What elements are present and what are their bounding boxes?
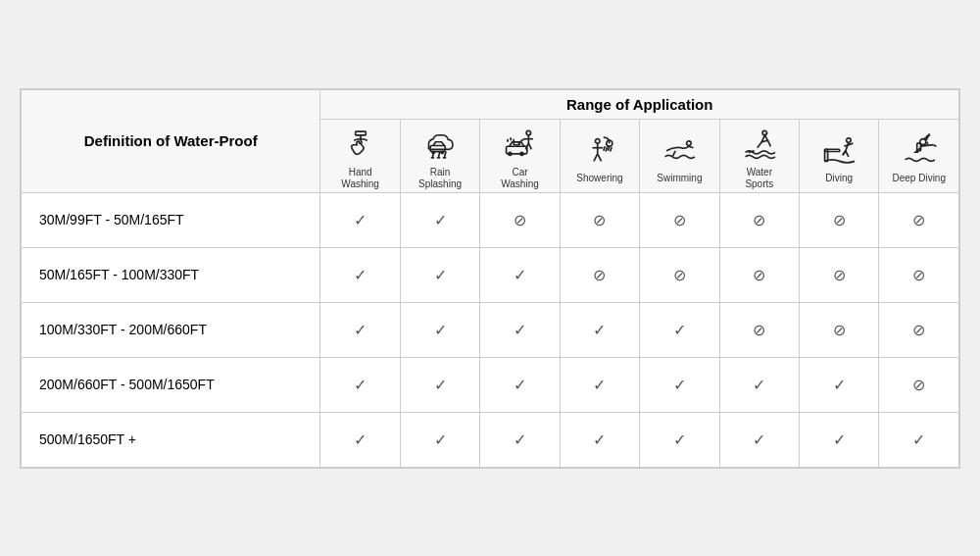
banned-icon: ⊘: [912, 322, 925, 338]
check-icon: ✓: [354, 212, 367, 228]
svg-line-36: [767, 140, 770, 146]
cell-4-5: ✓: [719, 412, 799, 467]
svg-line-35: [758, 141, 762, 147]
check-icon: ✓: [593, 431, 606, 448]
banned-icon: ⊘: [912, 267, 925, 283]
check-icon: ✓: [514, 267, 526, 283]
svg-line-14: [528, 143, 531, 149]
cell-1-0: ✓: [320, 247, 400, 302]
check-icon: ✓: [673, 377, 686, 393]
cell-4-1: ✓: [400, 412, 479, 467]
banned-icon: ⊘: [912, 377, 925, 393]
table-row: 100M/330FT - 200M/660FT✓✓✓✓✓⊘⊘⊘: [22, 302, 959, 357]
svg-line-6: [445, 151, 447, 156]
banned-icon: ⊘: [514, 212, 526, 228]
svg-point-9: [441, 151, 443, 153]
row-label-3: 200M/660FT - 500M/1650FT: [22, 357, 320, 412]
row-label-4: 500M/1650FT +: [22, 412, 320, 467]
waterproof-table-wrapper: Definition of Water-Proof Range of Appli…: [20, 88, 960, 469]
svg-line-27: [611, 146, 612, 151]
cell-3-4: ✓: [640, 357, 719, 412]
banned-icon: ⊘: [673, 267, 686, 283]
table-row: 30M/99FT - 50M/165FT✓✓⊘⊘⊘⊘⊘⊘: [22, 192, 959, 247]
cell-0-6: ⊘: [800, 192, 879, 247]
banned-icon: ⊘: [753, 212, 765, 228]
svg-line-32: [598, 153, 602, 161]
svg-point-18: [508, 152, 511, 155]
check-icon: ✓: [354, 322, 367, 338]
cell-0-5: ⊘: [719, 192, 799, 247]
cell-4-7: ✓: [879, 412, 959, 467]
svg-point-48: [924, 137, 926, 139]
column-header-car_washing: Car Washing: [480, 119, 560, 192]
svg-line-25: [606, 146, 608, 151]
check-icon: ✓: [833, 377, 846, 393]
column-header-hand_washing: Hand Washing: [320, 119, 400, 192]
check-icon: ✓: [434, 267, 447, 283]
cell-1-1: ✓: [400, 247, 479, 302]
column-label-deep_diving: Deep Diving: [883, 173, 955, 184]
banned-icon: ⊘: [593, 267, 606, 283]
cell-2-3: ✓: [560, 302, 639, 357]
cell-2-6: ⊘: [800, 302, 879, 357]
cell-1-7: ⊘: [879, 247, 959, 302]
svg-point-28: [595, 138, 600, 143]
check-icon: ✓: [753, 377, 765, 393]
cell-0-3: ⊘: [560, 192, 639, 247]
check-icon: ✓: [434, 431, 447, 448]
svg-point-19: [520, 152, 523, 155]
svg-point-50: [928, 134, 929, 135]
check-icon: ✓: [593, 322, 606, 338]
cell-2-7: ⊘: [879, 302, 959, 357]
column-header-swimming: Swimming: [640, 119, 719, 192]
column-header-diving: Diving: [800, 119, 879, 192]
cell-2-1: ✓: [400, 302, 479, 357]
cell-4-2: ✓: [480, 412, 560, 467]
cell-0-4: ⊘: [640, 192, 719, 247]
banned-icon: ⊘: [753, 267, 765, 283]
cell-0-1: ✓: [400, 192, 479, 247]
check-icon: ✓: [593, 377, 606, 393]
check-icon: ✓: [514, 377, 526, 393]
column-header-showering: Showering: [560, 119, 639, 192]
check-icon: ✓: [912, 431, 925, 448]
cell-1-5: ⊘: [719, 247, 799, 302]
svg-point-33: [687, 140, 692, 145]
check-icon: ✓: [354, 431, 367, 448]
cell-3-0: ✓: [320, 357, 400, 412]
row-label-0: 30M/99FT - 50M/165FT: [22, 192, 320, 247]
banned-icon: ⊘: [833, 322, 846, 338]
cell-1-3: ⊘: [560, 247, 639, 302]
check-icon: ✓: [753, 431, 765, 448]
cell-4-4: ✓: [640, 412, 719, 467]
cell-2-2: ✓: [480, 302, 560, 357]
column-header-deep_diving: Deep Diving: [879, 119, 959, 192]
check-icon: ✓: [434, 377, 447, 393]
cell-4-6: ✓: [800, 412, 879, 467]
cell-1-4: ⊘: [640, 247, 719, 302]
column-label-swimming: Swimming: [644, 173, 714, 184]
column-label-water_sports: Water Sports: [724, 167, 795, 190]
cell-3-1: ✓: [400, 357, 479, 412]
check-icon: ✓: [434, 322, 447, 338]
column-label-diving: Diving: [804, 173, 874, 184]
cell-1-2: ✓: [480, 247, 560, 302]
banned-icon: ⊘: [833, 267, 846, 283]
banned-icon: ⊘: [912, 212, 925, 228]
table-row: 500M/1650FT +✓✓✓✓✓✓✓✓: [22, 412, 959, 467]
svg-point-10: [526, 130, 531, 135]
cell-2-5: ⊘: [719, 302, 799, 357]
column-header-water_sports: Water Sports: [719, 119, 799, 192]
range-header: Range of Application: [320, 89, 959, 119]
banned-icon: ⊘: [593, 212, 606, 228]
cell-4-0: ✓: [320, 412, 400, 467]
check-icon: ✓: [514, 322, 526, 338]
table-row: 50M/165FT - 100M/330FT✓✓✓⊘⊘⊘⊘⊘: [22, 247, 959, 302]
check-icon: ✓: [434, 212, 447, 228]
cell-3-5: ✓: [719, 357, 799, 412]
column-label-hand_washing: Hand Washing: [324, 167, 395, 190]
check-icon: ✓: [354, 377, 367, 393]
banned-icon: ⊘: [833, 212, 846, 228]
column-label-showering: Showering: [564, 173, 635, 184]
cell-3-6: ✓: [800, 357, 879, 412]
